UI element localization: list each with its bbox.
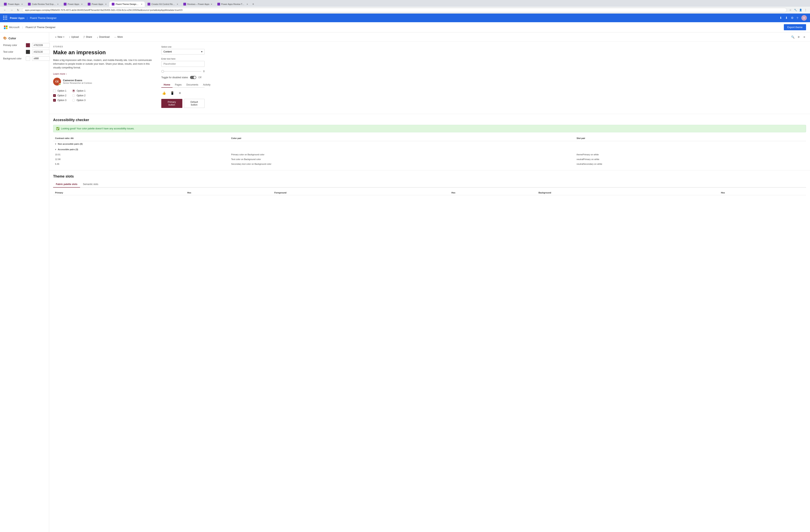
- powerapps-help-icon[interactable]: ?: [797, 16, 798, 20]
- person-card: CE Cameron Evans Senior Researcher at Co…: [53, 78, 156, 85]
- new-tab-button[interactable]: +: [251, 2, 256, 7]
- tab-close-6[interactable]: ✕: [211, 3, 212, 5]
- text-color-input[interactable]: [32, 50, 50, 54]
- background-color-swatch[interactable]: [26, 56, 30, 61]
- address-bar: ← → ↻ ☆ 🔧 👤 ⋮: [0, 7, 810, 14]
- download-button[interactable]: ↓ Download: [95, 35, 112, 39]
- export-theme-button[interactable]: Export theme: [784, 24, 806, 30]
- checkbox-3[interactable]: ✓: [53, 99, 56, 102]
- radio-2[interactable]: [72, 94, 75, 97]
- radio-1[interactable]: [72, 89, 75, 92]
- checkbox-2[interactable]: ✓: [53, 94, 56, 97]
- fabric-palette-tab[interactable]: Fabric palette slots: [53, 181, 80, 187]
- checkbox-option-3[interactable]: ✓ Option 3: [53, 99, 66, 102]
- col-foreground-hex: Hex: [450, 190, 537, 195]
- share-button[interactable]: ⤴ Share: [81, 35, 94, 39]
- checkbox-option-2[interactable]: ✓ Option 2: [53, 94, 66, 97]
- powerapps-right-icons: ⬇ ⬇ ⚙ ? U: [779, 15, 807, 21]
- learn-more-text: Learn more: [53, 72, 65, 75]
- tab-close-2[interactable]: ✕: [81, 3, 83, 5]
- background-color-label: Background color: [3, 57, 24, 60]
- tab-0[interactable]: Power Apps ✕: [2, 2, 25, 7]
- list-icon-button[interactable]: ≡: [803, 34, 806, 39]
- powerapps-settings-icon[interactable]: ⚙: [791, 16, 793, 20]
- text-color-swatch[interactable]: [26, 50, 30, 54]
- accessibility-checker-title: Accessibility checker: [53, 118, 806, 122]
- tab-2[interactable]: Power Apps ✕: [61, 2, 85, 7]
- nav-tab-documents[interactable]: Documents: [184, 82, 201, 88]
- powerapps-title: Power Apps: [10, 17, 25, 19]
- tab-label-5: Creator Kit Control Refere...: [151, 3, 176, 5]
- select-dropdown[interactable]: Content ▾: [161, 49, 205, 54]
- nav-tab-home[interactable]: Home: [161, 82, 173, 88]
- default-button[interactable]: Default button: [184, 99, 205, 108]
- new-dropdown-icon: ▾: [63, 36, 64, 38]
- slider-thumb[interactable]: [161, 70, 164, 73]
- background-color-input[interactable]: [32, 56, 50, 61]
- radio-option-3[interactable]: Option 3: [72, 99, 85, 102]
- tab-close-4[interactable]: ✕: [141, 3, 142, 5]
- checkbox-1[interactable]: [53, 89, 56, 92]
- tab-close-1[interactable]: ✕: [57, 3, 59, 5]
- back-button[interactable]: ←: [2, 8, 7, 12]
- tab-5[interactable]: Creator Kit Control Refere... ✕: [145, 2, 181, 7]
- radio-option-1[interactable]: Option 1: [72, 89, 85, 92]
- bookmark-icon[interactable]: ☆: [788, 8, 792, 12]
- ratio-3: 6.46: [53, 162, 229, 166]
- apps-grid-icon[interactable]: [3, 16, 7, 20]
- collapse-non-accessible-icon[interactable]: ▾: [55, 143, 56, 145]
- refresh-button[interactable]: ↻: [16, 8, 20, 12]
- nav-tab-activity[interactable]: Activity: [201, 82, 213, 88]
- tab-3[interactable]: Power Apps ✕: [85, 2, 109, 7]
- profile-icon[interactable]: 👤: [798, 8, 803, 12]
- settings-icon[interactable]: ✳: [178, 90, 182, 96]
- search-icon-button[interactable]: 🔍: [790, 34, 795, 39]
- tab-1[interactable]: Code Review Tool Experim... ✕: [26, 2, 61, 7]
- theme-slots-section: Theme slots Fabric palette slots Semanti…: [49, 170, 810, 207]
- tab-6[interactable]: Reviews – Power Apps ✕: [181, 2, 215, 7]
- like-icon[interactable]: 👍: [161, 90, 167, 96]
- primary-button[interactable]: Primary button: [161, 99, 182, 108]
- download-icon: ↓: [97, 36, 98, 38]
- primary-color-input[interactable]: [32, 43, 50, 47]
- radio-3[interactable]: [72, 99, 75, 102]
- powerapps-bar: Power Apps | Fluent Theme Designer ⬇ ⬇ ⚙…: [0, 14, 810, 22]
- stories-label: STORIES: [53, 46, 156, 48]
- toggle-track[interactable]: [190, 76, 196, 79]
- semantic-slots-tab[interactable]: Semantic slots: [80, 181, 101, 187]
- radio-option-2[interactable]: Option 2: [72, 94, 85, 97]
- menu-icon[interactable]: ⋮: [804, 8, 808, 12]
- forward-button[interactable]: →: [9, 8, 14, 12]
- color-pair-1: Primary color on Background color: [229, 152, 574, 157]
- more-button[interactable]: ··· More: [112, 35, 125, 39]
- powerapps-download-icon[interactable]: ⬇: [785, 16, 788, 20]
- checkbox-option-1[interactable]: Option 1: [53, 89, 66, 92]
- slider-track[interactable]: [161, 71, 201, 71]
- tab-close-0[interactable]: ✕: [21, 3, 23, 5]
- tab-close-3[interactable]: ✕: [105, 3, 107, 5]
- filter-icon-button[interactable]: ⫸: [797, 34, 801, 39]
- mobile-icon[interactable]: 📱: [169, 90, 175, 96]
- text-input-field[interactable]: [161, 61, 205, 67]
- collapse-accessible-icon[interactable]: ▾: [55, 148, 56, 151]
- nav-tab-pages[interactable]: Pages: [173, 82, 184, 88]
- upload-button[interactable]: ↑ Upload: [67, 35, 81, 39]
- powerapps-separator: |: [27, 17, 28, 19]
- powerapps-install-icon[interactable]: ⬇: [779, 16, 782, 20]
- extensions-icon[interactable]: 🔧: [793, 8, 797, 12]
- primary-color-swatch[interactable]: [26, 43, 30, 47]
- url-input[interactable]: [22, 8, 787, 12]
- tab-label-3: Power Apps: [92, 3, 104, 5]
- avatar-initials: CE: [55, 80, 59, 83]
- new-button[interactable]: + New ▾: [53, 35, 66, 39]
- user-avatar[interactable]: U: [801, 15, 807, 21]
- tab-close-5[interactable]: ✕: [177, 3, 178, 5]
- buttons-row: Primary button Default button: [161, 99, 205, 108]
- tab-7[interactable]: Power Apps Review Tool -... ✕: [215, 2, 250, 7]
- tab-4[interactable]: Fluent Theme Designer - ... ✕: [109, 2, 145, 7]
- upload-label: Upload: [71, 36, 79, 38]
- learn-more-link[interactable]: Learn more ›: [53, 72, 156, 75]
- tab-label-6: Reviews – Power Apps: [187, 3, 210, 5]
- tab-close-7[interactable]: ✕: [246, 3, 248, 5]
- tab-label-2: Power Apps: [68, 3, 80, 5]
